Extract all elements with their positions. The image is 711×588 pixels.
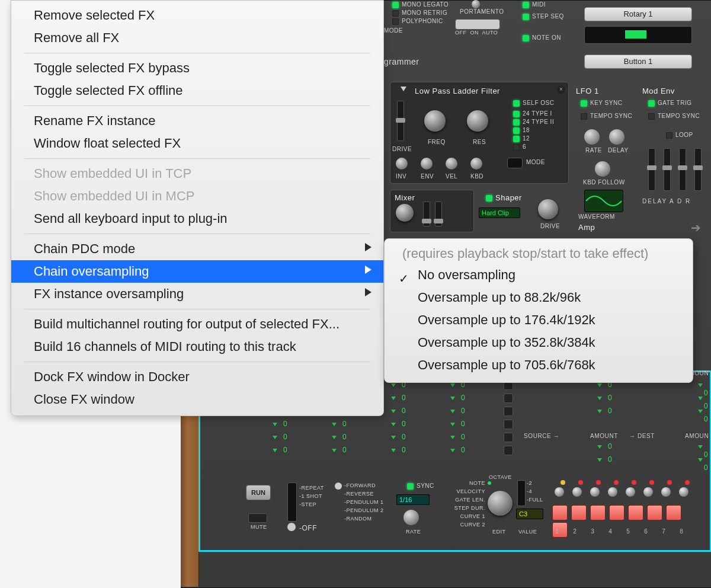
led-noteon[interactable]	[523, 35, 529, 41]
matrix-cell[interactable]: 0	[273, 446, 287, 454]
mute-toggle[interactable]	[248, 513, 267, 523]
shaper-mode-display[interactable]: Hard Clip	[479, 207, 520, 218]
off-switch[interactable]	[287, 523, 296, 531]
led-mono-legato[interactable]	[392, 2, 399, 8]
clr-button[interactable]	[504, 446, 513, 455]
menu-embed-tcp: Show embedded UI in TCP	[11, 162, 383, 185]
run-button[interactable]: RUN	[246, 485, 271, 500]
menu-toggle-offline[interactable]: Toggle selected FX offline	[11, 79, 383, 102]
matrix-cell[interactable]: 0	[698, 455, 710, 472]
submenu-os-384k[interactable]: Oversample up to 352.8k/384k	[385, 331, 693, 354]
menu-close-fx[interactable]: Close FX window	[11, 388, 383, 411]
drive-slider[interactable]	[397, 101, 404, 141]
dir-switch[interactable]	[335, 482, 342, 490]
balance-knob[interactable]	[396, 204, 414, 222]
mixer-slider-2[interactable]	[435, 202, 442, 226]
menu-float-fx[interactable]: Window float selected FX	[11, 132, 383, 155]
submenu-no-oversampling[interactable]: ✓No oversampling	[385, 264, 693, 286]
modenv-r-slider[interactable]	[694, 148, 702, 191]
matrix-cell[interactable]: 0	[450, 433, 465, 441]
note-row-led[interactable]	[488, 481, 491, 485]
vel-knob[interactable]	[446, 158, 457, 170]
freq-knob[interactable]	[424, 110, 446, 132]
matrix-cell[interactable]: 0	[332, 446, 347, 454]
rate-knob[interactable]	[403, 510, 419, 525]
matrix-cell[interactable]: 0	[391, 433, 406, 441]
submenu-os-768k[interactable]: Oversample up to 705.6k/768k	[385, 354, 693, 376]
matrix-cell[interactable]: 0	[597, 442, 612, 450]
led-polyphonic[interactable]	[392, 18, 399, 25]
edit-wheel[interactable]	[488, 491, 513, 516]
matrix-cell[interactable]: 0	[391, 407, 406, 415]
menu-remove-all-fx[interactable]: Remove all FX	[11, 27, 383, 49]
seq-knob-row	[550, 487, 693, 498]
matrix-cell[interactable]: 0	[698, 407, 710, 423]
menu-chain-oversampling[interactable]: Chain oversampling	[11, 260, 383, 283]
clr-button[interactable]	[504, 420, 513, 429]
matrix-cell[interactable]: 0	[597, 455, 612, 464]
submenu-os-192k[interactable]: Oversample up to 176.4k/192k	[385, 309, 693, 331]
matrix-cell[interactable]: 0	[597, 407, 612, 415]
lfo-delay-knob[interactable]	[609, 129, 624, 145]
menu-dock-docker[interactable]: Dock FX window in Docker	[11, 366, 383, 388]
chevron-right-icon	[365, 288, 371, 296]
inv-knob[interactable]	[396, 158, 408, 170]
arp-panel: RUN MUTE -REPEAT -1 SHOT -STEP -OFF -FOR…	[240, 474, 696, 545]
led-mono-retrig[interactable]	[392, 10, 399, 17]
res-knob[interactable]	[467, 110, 488, 132]
kbd-knob[interactable]	[470, 158, 482, 170]
led-stepseq[interactable]	[523, 14, 529, 20]
matrix-cell[interactable]: 0	[332, 433, 347, 441]
portamento-knob[interactable]	[472, 0, 480, 8]
clr-button[interactable]	[504, 433, 513, 442]
repeat-switch[interactable]	[287, 482, 297, 522]
matrix-cell[interactable]: 0	[391, 394, 406, 402]
shaper-drive-knob[interactable]	[538, 199, 558, 219]
matrix-cell[interactable]: 0	[450, 407, 465, 415]
sync-display[interactable]: 1/16	[396, 494, 430, 505]
matrix-cell[interactable]: 0	[597, 394, 612, 402]
kbd-follow-knob[interactable]	[595, 161, 610, 177]
menu-build-multichannel[interactable]: Build multichannel routing for output of…	[11, 313, 383, 335]
lfo-rate-knob[interactable]	[584, 129, 600, 145]
lfo-waveform-display[interactable]	[584, 190, 623, 212]
submenu-os-96k[interactable]: Oversample up to 88.2k/96k	[385, 286, 693, 309]
led-midi[interactable]	[523, 2, 529, 8]
led-self-osc[interactable]	[513, 100, 520, 107]
octave-switch[interactable]	[517, 480, 526, 506]
menu-toggle-bypass[interactable]: Toggle selected FX bypass	[11, 57, 383, 79]
modenv-d-slider[interactable]	[679, 148, 686, 191]
matrix-cell[interactable]: 0	[273, 433, 287, 441]
seq-step-1[interactable]	[552, 505, 568, 520]
button-dropdown[interactable]: Button 1	[584, 55, 692, 69]
menu-rename-fx[interactable]: Rename FX instance	[11, 110, 383, 132]
menu-build-16-midi[interactable]: Build 16 channels of MIDI routing to thi…	[11, 335, 383, 358]
seq-led-1[interactable]	[561, 480, 565, 485]
env-knob[interactable]	[421, 158, 433, 170]
clr-button[interactable]	[504, 394, 513, 403]
modenv-a-slider[interactable]	[664, 148, 671, 191]
menu-remove-selected-fx[interactable]: Remove selected FX	[11, 4, 383, 27]
mode-switch[interactable]	[507, 158, 523, 168]
programmer-tab[interactable]: grammer	[384, 57, 419, 66]
filter-title[interactable]: Low Pass Ladder Filter	[415, 87, 500, 95]
matrix-cell[interactable]: 0	[450, 394, 465, 402]
matrix-cell[interactable]: 0	[332, 420, 347, 428]
submenu-hint: (requires playback stop/start to take ef…	[385, 244, 693, 264]
mixer-slider-1[interactable]	[423, 202, 430, 226]
filter-dropdown-icon[interactable]	[401, 87, 406, 91]
menu-instance-oversampling[interactable]: FX instance oversampling	[11, 283, 383, 305]
value-display[interactable]: C3	[516, 509, 543, 519]
menu-chain-pdc[interactable]: Chain PDC mode	[11, 238, 383, 260]
rotary-dropdown[interactable]: Rotary 1	[584, 7, 692, 21]
portamento-switch[interactable]	[455, 19, 500, 30]
menu-keyboard-to-plugin[interactable]: Send all keyboard input to plug-in	[11, 207, 383, 230]
matrix-cell[interactable]: 0	[391, 420, 406, 428]
filter-close-icon[interactable]: ×	[557, 85, 565, 94]
matrix-cell[interactable]: 0	[450, 420, 465, 428]
matrix-cell[interactable]: 0	[450, 446, 465, 454]
clr-button[interactable]	[504, 407, 513, 416]
modenv-delay-slider[interactable]	[648, 148, 655, 191]
matrix-cell[interactable]: 0	[273, 420, 287, 428]
matrix-cell[interactable]: 0	[391, 446, 406, 454]
